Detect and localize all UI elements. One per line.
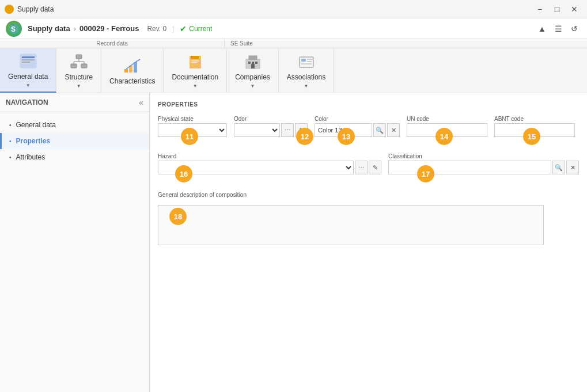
svg-rect-30	[301, 63, 312, 64]
companies-label: Companies	[235, 73, 270, 81]
structure-label: Structure	[65, 73, 93, 81]
main-layout: NAVIGATION « • General data • Properties…	[0, 93, 587, 392]
toolbar-associations[interactable]: Associations ▼	[279, 48, 334, 93]
physical-state-label: Physical state	[158, 116, 227, 122]
list-btn[interactable]: ☰	[551, 22, 565, 36]
current-label: Current	[189, 25, 212, 33]
toolbar-buttons: General data ▼ Structure ▼ Characteristi…	[0, 48, 587, 93]
color-label: Color	[315, 116, 400, 122]
svg-rect-4	[22, 59, 35, 60]
svg-rect-28	[307, 59, 314, 60]
color-input[interactable]	[315, 123, 372, 137]
classification-clear[interactable]: ✕	[566, 161, 579, 174]
close-button[interactable]: ✕	[566, 1, 582, 17]
nav-label-attributes: Attributes	[16, 153, 46, 161]
app-icon	[5, 5, 14, 14]
toolbar-general-data[interactable]: General data ▼	[0, 48, 56, 93]
svg-rect-22	[248, 62, 251, 64]
svg-rect-19	[191, 62, 197, 63]
navigation-title: NAVIGATION	[6, 98, 48, 106]
collapse-btn[interactable]: ▲	[535, 22, 549, 36]
physical-state-select[interactable]	[158, 123, 227, 137]
abnt-code-input[interactable]	[494, 123, 575, 137]
structure-arrow: ▼	[77, 83, 81, 89]
classification-label: Classification	[388, 153, 579, 159]
field-un-code: UN code 14	[407, 116, 487, 137]
documentation-label: Documentation	[172, 73, 218, 81]
sidebar-nav: • General data • Properties • Attributes	[0, 112, 149, 170]
composition-label: General description of composition	[158, 192, 247, 198]
toolbar-documentation[interactable]: Documentation ▼	[164, 48, 227, 93]
separator-1: |	[172, 25, 174, 33]
field-classification: Classification 🔍 ✕ 17	[388, 153, 579, 174]
sidebar-item-general-data[interactable]: • General data	[0, 117, 149, 133]
toolbar-structure[interactable]: Structure ▼	[56, 48, 101, 93]
app-title: Supply data	[17, 5, 54, 13]
field-odor: Odor ⋯ ✎ 12	[234, 116, 308, 137]
svg-rect-5	[22, 62, 30, 63]
form-row-2: Hazard ⋯ ✎ 16 Classification 🔍 ✕ 17	[158, 153, 579, 174]
sidebar-item-attributes[interactable]: • Attributes	[0, 149, 149, 165]
svg-text:S: S	[11, 25, 16, 33]
associations-label: Associations	[287, 73, 325, 81]
field-hazard: Hazard ⋯ ✎ 16	[158, 153, 381, 174]
general-data-arrow: ▼	[26, 83, 31, 88]
minimize-button[interactable]: −	[532, 1, 548, 17]
odor-label: Odor	[234, 116, 308, 122]
current-status: ✔ Current	[180, 24, 212, 33]
svg-rect-3	[22, 56, 35, 58]
svg-rect-21	[249, 56, 257, 59]
form-row-3: General description of composition 18	[158, 192, 579, 245]
svg-rect-7	[71, 64, 77, 68]
color-clear[interactable]: ✕	[387, 123, 400, 137]
svg-rect-29	[307, 61, 312, 62]
documentation-icon	[186, 52, 204, 71]
field-physical-state: Physical state 11	[158, 116, 227, 137]
panel-title: PROPERTIES	[158, 101, 579, 108]
check-icon: ✔	[180, 24, 187, 33]
field-abnt-code: ABNT code 15	[494, 116, 575, 137]
maximize-button[interactable]: □	[549, 1, 565, 17]
characteristics-icon	[123, 56, 142, 75]
odor-action-2[interactable]: ✎	[295, 123, 308, 137]
documentation-arrow: ▼	[193, 83, 198, 89]
structure-icon	[70, 52, 88, 71]
hazard-select[interactable]	[158, 161, 354, 174]
sidebar-header: NAVIGATION «	[0, 93, 149, 112]
svg-rect-8	[81, 64, 87, 68]
color-search[interactable]: 🔍	[373, 123, 386, 137]
record-section-label: Record data	[0, 39, 225, 48]
se-suite-section-label: SE Suite	[225, 39, 259, 48]
odor-action-1[interactable]: ⋯	[281, 123, 294, 137]
un-code-input[interactable]	[407, 123, 487, 137]
address-actions: ▲ ☰ ↺	[535, 22, 581, 36]
sidebar-item-properties[interactable]: • Properties	[0, 133, 149, 149]
classification-input[interactable]	[388, 161, 551, 174]
app-logo: S	[6, 21, 22, 37]
classification-search[interactable]: 🔍	[552, 161, 565, 174]
svg-rect-25	[251, 64, 255, 68]
bullet-attributes: •	[9, 154, 12, 161]
nav-label-properties: Properties	[16, 137, 50, 145]
abnt-code-label: ABNT code	[494, 116, 575, 122]
un-code-label: UN code	[407, 116, 487, 122]
hazard-action-1[interactable]: ⋯	[355, 161, 368, 174]
revision-badge: Rev. 0	[147, 25, 166, 33]
companies-icon	[244, 52, 262, 71]
address-bar: S Supply data › 000029 - Ferrous Rev. 0 …	[0, 18, 587, 39]
svg-rect-23	[252, 62, 254, 64]
window-controls: − □ ✕	[532, 1, 582, 17]
hazard-action-2[interactable]: ✎	[369, 161, 381, 174]
breadcrumb-supply-data[interactable]: Supply data	[28, 24, 70, 33]
associations-icon	[297, 52, 316, 71]
breadcrumb-record[interactable]: 000029 - Ferrous	[79, 24, 139, 33]
bullet-general: •	[9, 122, 12, 128]
toolbar-characteristics[interactable]: Characteristics	[101, 48, 164, 93]
collapse-sidebar-button[interactable]: «	[139, 98, 143, 107]
refresh-btn[interactable]: ↺	[567, 22, 581, 36]
composition-textarea[interactable]	[158, 205, 544, 245]
toolbar-companies[interactable]: Companies ▼	[227, 48, 279, 93]
odor-select[interactable]	[234, 123, 280, 137]
toolbar: Record data SE Suite General data ▼ Stru…	[0, 39, 587, 93]
hazard-label: Hazard	[158, 153, 381, 159]
